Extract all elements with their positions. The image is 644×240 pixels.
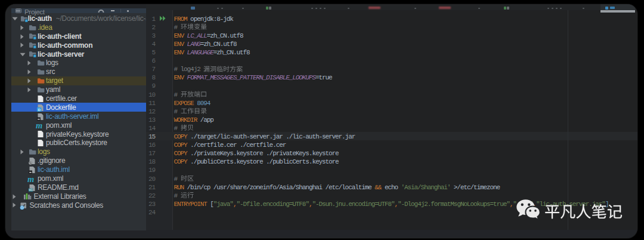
- svg-text:D: D: [38, 108, 41, 112]
- svg-text:MD: MD: [29, 189, 33, 192]
